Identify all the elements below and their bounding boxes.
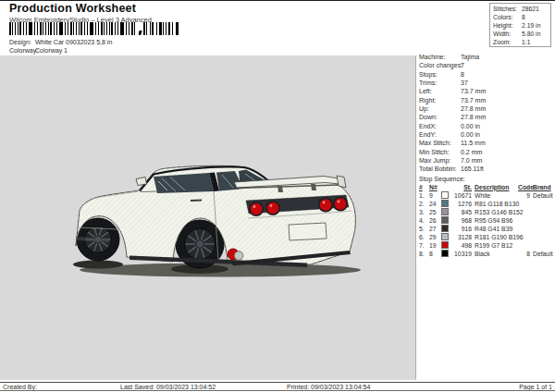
spec-row: Right:73.7 mm bbox=[419, 96, 553, 104]
design-barcode bbox=[9, 22, 179, 35]
stop-sequence-row: 8.810319Black8Default bbox=[419, 250, 553, 258]
barcode-separator-icon bbox=[138, 31, 142, 35]
spec-row: Left:73.7 mm bbox=[419, 87, 553, 95]
summary-label: Height: bbox=[493, 22, 522, 31]
page-bottom-rule bbox=[0, 390, 555, 391]
stop-sequence-table: # N# St. Description Code Brand 1.910671… bbox=[419, 183, 553, 258]
summary-row: Colors:8 bbox=[493, 14, 550, 22]
spec-value: 27.8 mm bbox=[461, 104, 486, 113]
spec-label: EndY: bbox=[419, 130, 461, 139]
spec-row: Min Stitch:0.2 mm bbox=[419, 148, 553, 156]
spec-label: Stops: bbox=[419, 70, 461, 79]
barcode-checksum-icon bbox=[143, 22, 179, 35]
summary-row: Stitches:28621 bbox=[493, 6, 550, 14]
design-label: Design: bbox=[9, 39, 35, 46]
stop-sequence-header: # N# St. Description Code Brand bbox=[419, 183, 553, 191]
colorway-value: Colorway 1 bbox=[35, 47, 68, 55]
spec-label: Down: bbox=[419, 113, 461, 121]
summary-value: 28621 bbox=[522, 6, 539, 14]
design-canvas bbox=[0, 55, 416, 380]
summary-label: Width: bbox=[493, 31, 522, 39]
spec-value: 7 bbox=[461, 61, 464, 69]
page-top-rule bbox=[0, 0, 555, 1]
design-summary-box: Stitches:28621 Colors:8 Height:2.19 in W… bbox=[489, 3, 551, 47]
machine-info-panel: Machine:Tajima Color changes:7 Stops:8 T… bbox=[419, 53, 553, 258]
summary-label: Zoom: bbox=[493, 39, 522, 47]
design-row: Design: White Car 09032023 5,8 in bbox=[9, 39, 112, 46]
spec-row: Trims:37 bbox=[419, 79, 553, 87]
page-title: Production Worksheet bbox=[9, 2, 136, 15]
spec-value: 37 bbox=[461, 79, 468, 87]
spec-value: 0.00 in bbox=[461, 122, 480, 130]
footer-divider bbox=[0, 382, 555, 383]
col-code: Code bbox=[518, 183, 530, 191]
spec-value: Tajima bbox=[461, 53, 479, 61]
spec-label: Machine: bbox=[419, 53, 461, 61]
spec-value: 0.00 in bbox=[461, 130, 480, 139]
summary-value: 1:1 bbox=[522, 39, 530, 47]
footer-last-saved: Last Saved: 09/03/2023 13:04:52 bbox=[120, 384, 216, 390]
spec-value: 73.7 mm bbox=[461, 87, 486, 95]
thread-color-swatch bbox=[441, 200, 449, 207]
spec-label: Right: bbox=[419, 96, 461, 104]
spec-label: Trims: bbox=[419, 79, 461, 87]
spec-row: Stops:8 bbox=[419, 70, 553, 79]
car-license-plate bbox=[289, 223, 327, 240]
spec-label: Total Bobbin: bbox=[419, 165, 461, 173]
design-value: White Car 09032023 5,8 in bbox=[35, 39, 112, 46]
thread-color-swatch bbox=[441, 191, 449, 199]
spec-label: Color changes: bbox=[419, 61, 461, 69]
stop-sequence-row: 6.293128R181 G190 B196 bbox=[419, 233, 553, 241]
summary-label: Stitches: bbox=[493, 6, 522, 14]
spec-row: EndY:0.00 in bbox=[419, 130, 553, 139]
summary-value: 5.80 in bbox=[522, 31, 540, 39]
spec-value: 27.8 mm bbox=[461, 113, 486, 121]
summary-value: 2.19 in bbox=[522, 22, 540, 31]
spec-value: 7.0 mm bbox=[461, 156, 482, 165]
col-needle: N# bbox=[429, 183, 441, 191]
spec-row: Max Jump:7.0 mm bbox=[419, 156, 553, 165]
col-brand: Brand bbox=[533, 183, 555, 191]
spec-label: Max Stitch: bbox=[419, 139, 461, 147]
footer-printed: Printed: 09/03/2023 13:04:54 bbox=[287, 384, 370, 390]
spec-row: Max Stitch:11.5 mm bbox=[419, 139, 553, 147]
stop-sequence-row: 4.26968R95 G94 B96 bbox=[419, 216, 553, 225]
car-mirror bbox=[136, 178, 147, 186]
thread-color-swatch bbox=[441, 241, 449, 249]
spec-value: 8 bbox=[461, 70, 464, 79]
spec-label: Max Jump: bbox=[419, 156, 461, 165]
spec-value: 0.2 mm bbox=[461, 148, 482, 156]
stop-sequence-row: 3.25845R153 G146 B152 bbox=[419, 208, 553, 216]
colorway-label: Colorway: bbox=[9, 47, 35, 55]
thread-color-swatch bbox=[441, 250, 449, 257]
stop-sequence-row: 2.241276R81 G118 B130 bbox=[419, 200, 553, 208]
summary-label: Colors: bbox=[493, 14, 522, 22]
spec-row: Up:27.8 mm bbox=[419, 104, 553, 113]
thread-color-swatch bbox=[441, 225, 449, 232]
summary-row: Width:5.80 in bbox=[493, 31, 550, 39]
spec-label: Left: bbox=[419, 87, 461, 95]
col-num: # bbox=[419, 183, 429, 191]
footer-page-number: Page 1 of 1 bbox=[519, 384, 552, 390]
summary-row: Height:2.19 in bbox=[493, 22, 550, 31]
car-embroidery-design bbox=[0, 55, 415, 380]
summary-row: Zoom:1:1 bbox=[493, 39, 550, 47]
spec-row: EndX:0.00 in bbox=[419, 122, 553, 130]
colorway-row: Colorway: Colorway 1 bbox=[9, 47, 68, 55]
spec-label: Up: bbox=[419, 104, 461, 113]
spec-value: 73.7 mm bbox=[461, 96, 486, 104]
thread-color-swatch bbox=[441, 233, 449, 240]
spec-row: Color changes:7 bbox=[419, 61, 553, 69]
thread-color-swatch bbox=[441, 216, 449, 224]
col-stitches: St. bbox=[450, 183, 472, 191]
spec-label: EndX: bbox=[419, 122, 461, 130]
barcode-icon bbox=[9, 22, 136, 35]
stop-sequence-row: 1.910671White9Default bbox=[419, 191, 553, 200]
spec-row: Machine:Tajima bbox=[419, 53, 553, 61]
thread-color-swatch bbox=[441, 208, 449, 215]
summary-value: 8 bbox=[522, 14, 525, 22]
spec-value: 165.11ft bbox=[461, 165, 484, 173]
production-worksheet-page: Production Worksheet Wilcom EmbroiderySt… bbox=[0, 0, 555, 392]
col-description: Description bbox=[475, 183, 518, 191]
spec-row: Total Bobbin:165.11ft bbox=[419, 165, 553, 173]
